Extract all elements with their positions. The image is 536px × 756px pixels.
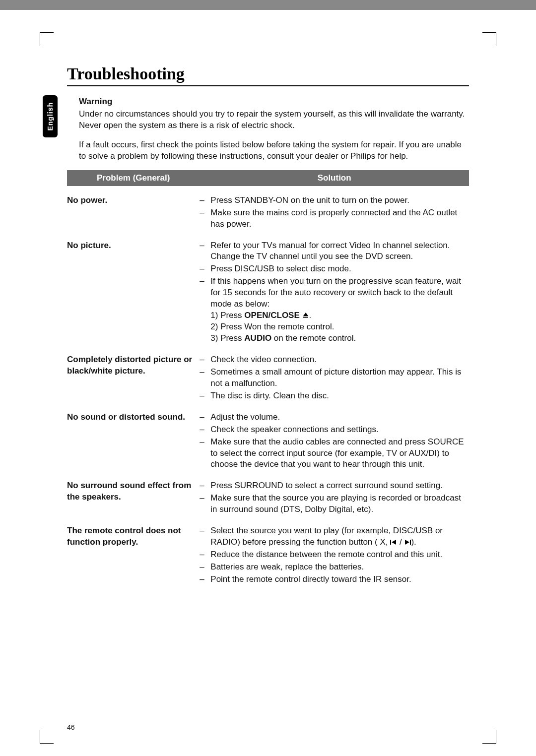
solution-cell: Press STANDBY-ON on the unit to turn on …: [200, 195, 469, 231]
solution-item: Make sure the mains cord is properly con…: [200, 207, 469, 230]
svg-rect-1: [390, 540, 391, 545]
crop-mark: [40, 730, 54, 744]
warning-block: Warning Under no circumstances should yo…: [79, 96, 469, 162]
problem-cell: No power.: [67, 195, 200, 231]
solution-item: Batteries are weak, replace the batterie…: [200, 562, 469, 573]
language-tab-label: English: [46, 102, 54, 131]
problem-cell: No sound or distorted sound.: [67, 412, 200, 472]
solution-item: If this happens when you turn on the pro…: [200, 276, 469, 344]
table-row: No power.Press STANDBY-ON on the unit to…: [67, 195, 469, 231]
solution-item: Refer to your TVs manual for correct Vid…: [200, 240, 469, 263]
solution-list: Check the video connection.Sometimes a s…: [200, 354, 469, 402]
header-solution: Solution: [200, 170, 469, 186]
solution-item: Select the source you want to play (for …: [200, 525, 469, 548]
solution-list: Adjust the volume.Check the speaker conn…: [200, 412, 469, 471]
crop-mark: [482, 730, 496, 744]
table-row: No surround sound effect from the speake…: [67, 480, 469, 516]
table-row: No picture.Refer to your TVs manual for …: [67, 240, 469, 345]
solution-item: Make sure that the audio cables are conn…: [200, 437, 469, 471]
solution-item: Check the speaker connections and settin…: [200, 424, 469, 436]
solution-item: Sometimes a small amount of picture dist…: [200, 367, 469, 389]
warning-heading: Warning: [79, 96, 469, 108]
solution-item: Adjust the volume.: [200, 412, 469, 423]
eject-icon: [302, 312, 309, 318]
problem-cell: Completely distorted picture or black/wh…: [67, 354, 200, 403]
solution-list: Select the source you want to play (for …: [200, 525, 469, 585]
manual-page: English Troubleshooting Warning Under no…: [0, 10, 536, 756]
solution-cell: Check the video connection.Sometimes a s…: [200, 354, 469, 403]
solution-item: Make sure that the source you are playin…: [200, 493, 469, 515]
solution-cell: Refer to your TVs manual for correct Vid…: [200, 240, 469, 345]
crop-mark: [482, 32, 496, 46]
solution-substep: 2) Press Won the remote control.: [210, 321, 469, 333]
page-title: Troubleshooting: [67, 64, 469, 86]
prev-icon: [390, 539, 397, 545]
solution-list: Press STANDBY-ON on the unit to turn on …: [200, 195, 469, 230]
solution-item: Press DISC/USB to select disc mode.: [200, 263, 469, 275]
solution-item: Press SURROUND to select a correct surro…: [200, 480, 469, 492]
solution-substeps: 1) Press OPEN/CLOSE .2) Press Won the re…: [210, 310, 469, 344]
table-body: No power.Press STANDBY-ON on the unit to…: [67, 195, 469, 586]
solution-substep: 3) Press AUDIO on the remote control.: [210, 333, 469, 344]
svg-rect-2: [410, 540, 411, 545]
solution-substep: 1) Press OPEN/CLOSE .: [210, 310, 469, 321]
solution-cell: Adjust the volume.Check the speaker conn…: [200, 412, 469, 472]
solution-item: Press STANDBY-ON on the unit to turn on …: [200, 195, 469, 206]
language-tab: English: [43, 95, 58, 137]
svg-rect-0: [303, 317, 308, 318]
page-number: 46: [67, 723, 75, 731]
header-problem: Problem (General): [67, 170, 200, 186]
warning-text-2: If a fault occurs, first check the point…: [79, 139, 469, 162]
problem-cell: No surround sound effect from the speake…: [67, 480, 200, 516]
solution-item: Point the remote control directly toward…: [200, 574, 469, 585]
solution-list: Refer to your TVs manual for correct Vid…: [200, 240, 469, 344]
table-row: The remote control does not function pro…: [67, 525, 469, 586]
solution-cell: Press SURROUND to select a correct surro…: [200, 480, 469, 516]
table-header: Problem (General) Solution: [67, 170, 469, 186]
table-row: No sound or distorted sound.Adjust the v…: [67, 412, 469, 472]
solution-item: The disc is dirty. Clean the disc.: [200, 390, 469, 402]
next-icon: [404, 539, 411, 545]
warning-text-1: Under no circumstances should you try to…: [79, 109, 469, 131]
solution-list: Press SURROUND to select a correct surro…: [200, 480, 469, 515]
solution-item: Check the video connection.: [200, 354, 469, 366]
solution-item: Reduce the distance between the remote c…: [200, 549, 469, 561]
problem-cell: No picture.: [67, 240, 200, 345]
table-row: Completely distorted picture or black/wh…: [67, 354, 469, 403]
crop-mark: [40, 32, 54, 46]
problem-cell: The remote control does not function pro…: [67, 525, 200, 586]
solution-cell: Select the source you want to play (for …: [200, 525, 469, 586]
